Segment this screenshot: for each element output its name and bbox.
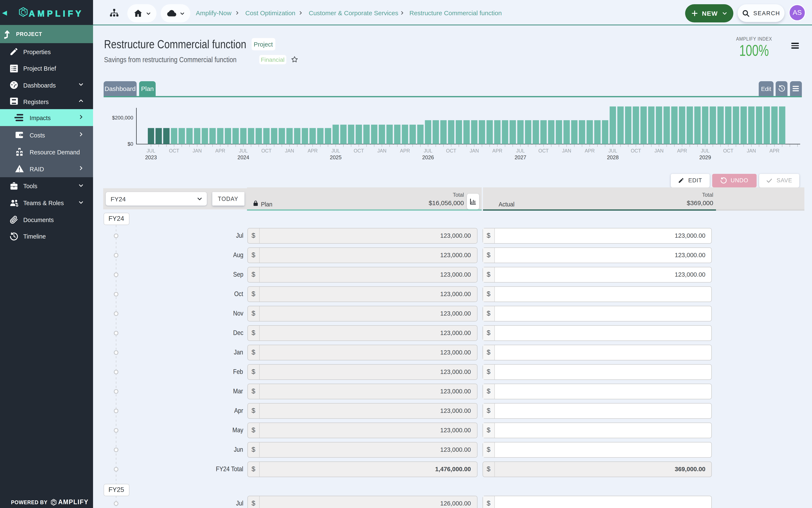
- svg-text:JUL: JUL: [424, 148, 432, 154]
- svg-text:JUL: JUL: [331, 148, 340, 154]
- svg-text:2027: 2027: [514, 155, 526, 160]
- svg-text:OCT: OCT: [446, 148, 456, 154]
- svg-text:APR: APR: [400, 148, 410, 154]
- svg-text:JAN: JAN: [377, 148, 386, 154]
- svg-text:APR: APR: [492, 148, 502, 154]
- svg-text:JAN: JAN: [654, 148, 664, 154]
- svg-text:JAN: JAN: [470, 148, 479, 154]
- svg-text:JUL: JUL: [239, 148, 248, 154]
- svg-text:2025: 2025: [330, 155, 342, 160]
- svg-text:APR: APR: [677, 148, 687, 154]
- svg-text:APR: APR: [585, 148, 595, 154]
- svg-text:JAN: JAN: [193, 148, 202, 154]
- svg-text:APR: APR: [215, 148, 225, 154]
- svg-text:$200,000: $200,000: [112, 115, 133, 121]
- svg-text:OCT: OCT: [539, 148, 549, 154]
- svg-text:JUL: JUL: [608, 148, 617, 154]
- svg-text:OCT: OCT: [169, 148, 179, 154]
- svg-text:2024: 2024: [238, 155, 249, 160]
- svg-text:JUL: JUL: [701, 148, 710, 154]
- svg-text:2026: 2026: [422, 155, 434, 160]
- svg-text:APR: APR: [308, 148, 317, 154]
- svg-text:2028: 2028: [607, 155, 619, 160]
- svg-text:JAN: JAN: [562, 148, 571, 154]
- svg-text:OCT: OCT: [354, 148, 364, 154]
- svg-text:JUL: JUL: [516, 148, 525, 154]
- svg-text:JAN: JAN: [747, 148, 756, 154]
- svg-text:2029: 2029: [699, 155, 711, 160]
- svg-text:OCT: OCT: [261, 148, 272, 154]
- svg-text:$0: $0: [128, 141, 133, 147]
- svg-text:APR: APR: [769, 148, 779, 154]
- svg-text:OCT: OCT: [631, 148, 641, 154]
- svg-text:JAN: JAN: [285, 148, 294, 154]
- svg-text:JUL: JUL: [147, 148, 156, 154]
- svg-text:OCT: OCT: [723, 148, 733, 154]
- svg-text:2023: 2023: [145, 155, 157, 160]
